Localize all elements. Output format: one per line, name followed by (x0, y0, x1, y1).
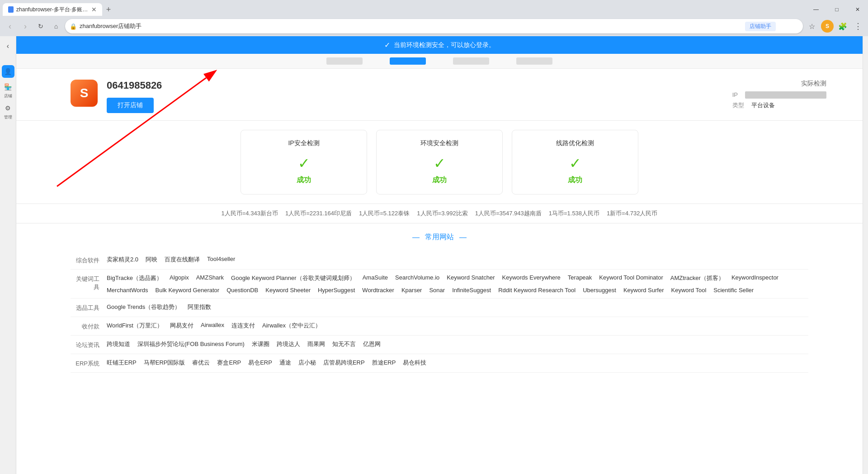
website-link[interactable]: Ubersuggest (583, 287, 616, 294)
website-links: BigTracke（选品酱）AlgopixAMZSharkGoogle Keyw… (107, 274, 808, 294)
website-link[interactable]: Airwallex（空中云汇） (262, 322, 321, 330)
open-store-button[interactable]: 打开店铺 (107, 98, 154, 113)
minimize-button[interactable]: — (806, 1, 826, 18)
website-link[interactable]: 深圳福步外贸论坛(FOB Business Forum) (137, 340, 245, 348)
sidebar-item-profile[interactable]: 👤 (2, 65, 14, 78)
website-link[interactable]: 跨境达人 (277, 340, 300, 348)
sub-nav-item-2[interactable] (390, 57, 426, 65)
website-link[interactable]: 赛盒ERP (217, 359, 241, 367)
website-link[interactable]: AMZShark (196, 274, 224, 282)
menu-icon[interactable]: ⋮ (852, 20, 864, 33)
website-link[interactable]: 通途 (279, 359, 291, 367)
website-link[interactable]: HyperSuggest (318, 287, 355, 294)
check-card-env-status: 成功 (386, 175, 493, 185)
website-link[interactable]: 易仓ERP (248, 359, 272, 367)
currency-item: 1新币=4.732人民币 (607, 209, 657, 218)
sidebar-nav-back[interactable]: ‹ (2, 40, 14, 52)
website-link[interactable]: 阿映 (146, 256, 157, 264)
browser-chrome: zhanfubrowser-多平台·多账号·安全 ✕ + — □ ✕ ‹ › ↻… (0, 0, 868, 36)
website-links: 旺铺王ERP马帮ERP国际版睿优云赛盒ERP易仓ERP通途店小秘店管易跨境ERP… (107, 359, 426, 367)
website-link[interactable]: 易仓科技 (403, 359, 426, 367)
website-link[interactable]: SearchVolume.io (395, 274, 439, 282)
active-tab[interactable]: zhanfubrowser-多平台·多账号·安全 ✕ (3, 3, 102, 16)
tab-close-icon[interactable]: ✕ (91, 6, 97, 13)
website-link[interactable]: 胜途ERP (372, 359, 396, 367)
website-link[interactable]: Airwallex (201, 322, 224, 330)
website-link[interactable]: 店管易跨境ERP (323, 359, 365, 367)
home-button[interactable]: ⌂ (50, 20, 62, 33)
website-link[interactable]: Keyword Snatcher (447, 274, 495, 282)
store-name: 0641985826 (107, 80, 162, 91)
website-link[interactable]: MerchantWords (107, 287, 148, 294)
extensions-icon[interactable]: 🧩 (836, 20, 849, 33)
website-link[interactable]: 卖家精灵2.0 (107, 256, 138, 264)
website-link[interactable]: 雨果网 (307, 340, 325, 348)
check-card-env-icon: ✓ (386, 155, 493, 172)
website-link[interactable]: Keyword Tool (671, 287, 707, 294)
website-link[interactable]: 阿里指数 (188, 303, 211, 311)
website-row: 关键词工具BigTracke（选品酱）AlgopixAMZSharkGoogle… (71, 270, 808, 299)
website-link[interactable]: 睿优云 (192, 359, 210, 367)
website-link[interactable]: 网易支付 (170, 322, 193, 330)
bookmark-icon[interactable]: ☆ (806, 20, 818, 33)
maximize-button[interactable]: □ (826, 1, 847, 18)
website-row: ERP系统旺铺王ERP马帮ERP国际版睿优云赛盒ERP易仓ERP通途店小秘店管易… (71, 354, 808, 373)
website-row: 论坛资讯跨境知道深圳福步外贸论坛(FOB Business Forum)米课圈跨… (71, 336, 808, 354)
website-link[interactable]: Sonar (429, 287, 445, 294)
forward-button[interactable]: › (19, 20, 32, 33)
sidebar-item-store[interactable]: 🏪 店铺 (2, 81, 14, 99)
check-card-network-title: 线路优化检测 (521, 139, 629, 147)
website-link[interactable]: Keyword Sheeter (265, 287, 311, 294)
sub-nav-item-1[interactable] (326, 57, 363, 65)
website-link[interactable]: Keyword Tool Dominator (599, 274, 663, 282)
currency-bar: 1人民币=4.343新台币1人民币=2231.164印尼盾1人民币=5.122泰… (16, 204, 863, 223)
website-link[interactable]: 亿恩网 (363, 340, 381, 348)
website-link[interactable]: AmaSuite (363, 274, 388, 282)
website-link[interactable]: Kparser (401, 287, 422, 294)
website-link[interactable]: Bulk Keyword Generator (156, 287, 220, 294)
back-button[interactable]: ‹ (4, 20, 16, 33)
websites-list: 综合软件卖家精灵2.0阿映百度在线翻译Tool4seller关键词工具BigTr… (71, 251, 808, 373)
website-link[interactable]: 店小秘 (298, 359, 316, 367)
website-link[interactable]: Terapeak (568, 274, 592, 282)
website-link[interactable]: Tool4seller (207, 256, 235, 264)
sub-nav-item-3[interactable] (453, 57, 489, 65)
sidebar-item-manage[interactable]: ⚙ 管理 (2, 102, 14, 120)
check-card-ip-status: 成功 (250, 175, 358, 185)
website-link[interactable]: Algopix (170, 274, 189, 282)
website-link[interactable]: 米课圈 (252, 340, 269, 348)
address-input[interactable] (65, 19, 803, 33)
website-link[interactable]: BigTracke（选品酱） (107, 274, 162, 282)
currency-item: 1人民币=3547.943越南盾 (475, 209, 542, 218)
website-link[interactable]: 跨境知道 (107, 340, 130, 348)
website-link[interactable]: InfiniteSuggest (452, 287, 491, 294)
sub-nav-item-4[interactable] (516, 57, 552, 65)
websites-section: — 常用网站 — 综合软件卖家精灵2.0阿映百度在线翻译Tool4seller关… (16, 223, 863, 391)
website-link[interactable]: AMZtracker（抓客） (670, 274, 724, 282)
type-value: 平台设备 (751, 101, 775, 109)
profile-button[interactable]: S (821, 20, 834, 33)
website-link[interactable]: Wordtracker (362, 287, 394, 294)
new-tab-button[interactable]: + (102, 3, 115, 16)
type-label: 类型 (732, 101, 744, 109)
scrollbar[interactable] (863, 36, 868, 474)
website-link[interactable]: Google Trends（谷歌趋势） (107, 303, 180, 311)
website-link[interactable]: 连连支付 (231, 322, 255, 330)
check-card-ip-icon: ✓ (250, 155, 358, 172)
currency-item: 1人民币=4.343新台币 (222, 209, 278, 218)
website-link[interactable]: Scientific Seller (713, 287, 754, 294)
website-link[interactable]: 知无不言 (332, 340, 356, 348)
website-link[interactable]: Rddit Keyword Research Tool (498, 287, 576, 294)
website-link[interactable]: 旺铺王ERP (107, 359, 137, 367)
website-link[interactable]: 百度在线翻译 (165, 256, 200, 264)
website-link[interactable]: Keyword Surfer (623, 287, 664, 294)
website-link[interactable]: Keywords Everywhere (502, 274, 561, 282)
website-link[interactable]: Google Keyword Planner（谷歌关键词规划师） (231, 274, 355, 282)
reload-button[interactable]: ↻ (34, 20, 47, 33)
currency-item: 1马币=1.538人民币 (549, 209, 599, 218)
close-button[interactable]: ✕ (847, 1, 868, 18)
website-link[interactable]: WorldFirst（万里汇） (107, 322, 163, 330)
website-link[interactable]: 马帮ERP国际版 (144, 359, 185, 367)
website-link[interactable]: QuestionDB (226, 287, 258, 294)
website-link[interactable]: KeywordInspector (731, 274, 778, 282)
